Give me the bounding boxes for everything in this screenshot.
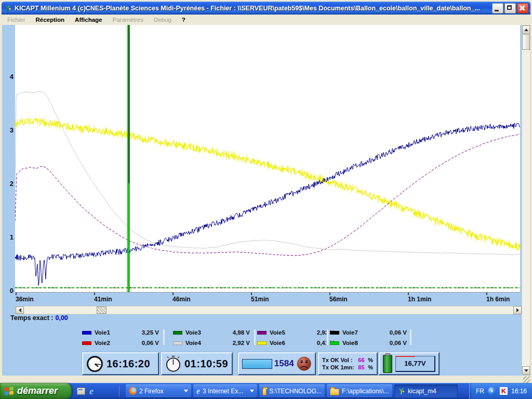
- tx-1mn-label: Tx OK 1mn:: [322, 364, 355, 370]
- frame-counter-bar: [242, 359, 272, 369]
- temps-exact-readout: Temps exact :0,00: [10, 314, 68, 322]
- vertical-scroll-thumb[interactable]: [522, 34, 530, 50]
- x-axis-label: 51min: [251, 296, 269, 303]
- legend-item-voie5: Voie5 2,92 V: [257, 328, 335, 337]
- menu-reception[interactable]: Réception: [31, 16, 70, 24]
- taskbar-button-folder-f[interactable]: F:\applications\...: [327, 384, 392, 397]
- chevron-down-icon: [250, 390, 254, 392]
- frame-counter-box: 1584: [238, 352, 316, 375]
- show-desktop-icon[interactable]: [77, 388, 85, 395]
- maximize-button[interactable]: [504, 3, 516, 14]
- horizontal-scroll-thumb[interactable]: [97, 307, 107, 314]
- battery-icon: [383, 355, 392, 373]
- start-button[interactable]: démarrer: [0, 383, 72, 399]
- x-tick: [251, 292, 252, 295]
- scroll-right-button[interactable]: [513, 306, 522, 314]
- legend-item-voie3: Voie3 4,98 V: [173, 328, 251, 337]
- voie3-label: Voie3: [185, 329, 201, 336]
- tx-1mn-percent: %: [368, 364, 374, 370]
- scroll-down-button[interactable]: [522, 366, 530, 375]
- battery-voltage: 16,77V: [395, 356, 435, 372]
- voie8-value: 0,06 V: [390, 340, 407, 346]
- voie4-value: 2,92 V: [233, 340, 250, 346]
- battery-box: 16,77V: [379, 352, 440, 375]
- taskbar-button-label: F:\applications\...: [342, 388, 389, 395]
- menu-parametres[interactable]: Paramètres: [108, 16, 149, 24]
- up-arrow-icon: [524, 29, 528, 31]
- hide-icons-button[interactable]: [488, 387, 496, 395]
- voie2-label: Voie2: [95, 340, 110, 346]
- scroll-up-button[interactable]: [522, 25, 530, 34]
- voie3-value: 4,98 V: [233, 329, 250, 336]
- y-axis-label-4: 4: [2, 73, 14, 81]
- voie1-label: Voie1: [95, 329, 110, 336]
- x-tick: [94, 292, 95, 295]
- internet-explorer-quicklaunch-icon[interactable]: [89, 387, 94, 396]
- chevron-down-icon: [184, 390, 188, 392]
- menu-help[interactable]: ?: [177, 16, 191, 24]
- close-button[interactable]: [517, 3, 528, 14]
- tx-1mn-value: 85: [358, 364, 365, 370]
- frame-counter-value: 1584: [274, 358, 294, 369]
- kicapt-icon: [397, 387, 405, 395]
- x-axis-label: 1h 6min: [486, 296, 510, 303]
- taskbar-button-firefox[interactable]: 2 Firefox: [126, 384, 191, 397]
- x-tick: [16, 292, 17, 295]
- plot-area[interactable]: [15, 25, 520, 292]
- tx-vol-label: Tx OK Vol :: [322, 357, 355, 363]
- y-axis-label-3: 3: [2, 127, 14, 134]
- window-resize-grip[interactable]: [523, 376, 530, 383]
- language-indicator[interactable]: FR: [476, 388, 484, 395]
- minimize-button[interactable]: [492, 3, 503, 14]
- tray-clock[interactable]: 16:16: [511, 388, 527, 395]
- taskbar-button-folder-s[interactable]: S:\TECHNOLOG...: [259, 384, 325, 397]
- voie5-swatch: [257, 331, 267, 335]
- voie6-label: Voie6: [270, 340, 285, 346]
- taskbar-button-internet-explorer[interactable]: 3 Internet Ex...: [193, 384, 257, 397]
- clock-time: 16:16:20: [107, 358, 150, 370]
- x-axis-label: 46min: [172, 296, 191, 303]
- titlebar[interactable]: KICAPT Millenium 4 (c)CNES-Planète Scien…: [2, 2, 530, 15]
- legend-item-voie7: Voie7 0,06 V: [330, 328, 408, 337]
- temps-exact-label: Temps exact :: [10, 314, 53, 322]
- voie7-label: Voie7: [342, 329, 358, 336]
- legend-separator: [254, 329, 256, 345]
- horizontal-scrollbar[interactable]: [15, 306, 514, 314]
- voie3-swatch: [173, 331, 182, 335]
- taskbar-button-label: 2 Firefox: [139, 388, 164, 395]
- voie8-label: Voie8: [342, 340, 358, 346]
- clock-box: 16:16:20: [82, 352, 159, 375]
- temps-exact-value: 0,00: [55, 314, 68, 322]
- windows-flag-icon: [5, 387, 14, 396]
- y-axis-label-2: 2: [2, 180, 14, 188]
- x-axis-label: 1h 1min: [408, 296, 431, 303]
- taskbar-button-kicapt[interactable]: kicapt_m4: [394, 384, 458, 397]
- kaspersky-tray-icon[interactable]: [500, 387, 508, 395]
- right-arrow-icon: [516, 308, 519, 312]
- menu-affichage[interactable]: Affichage: [70, 16, 107, 24]
- folder-icon: [262, 389, 267, 395]
- screen: KICAPT Millenium 4 (c)CNES-Planète Scien…: [0, 0, 532, 399]
- voie8-swatch: [330, 341, 339, 345]
- menu-debug[interactable]: Debug: [149, 16, 177, 24]
- tx-vol-percent: %: [368, 357, 374, 363]
- voie1-value: 3,25 V: [142, 329, 159, 336]
- legend-item-voie6: Voie6 0,41 V: [257, 339, 335, 347]
- taskbar-button-label: S:\TECHNOLOG...: [269, 388, 322, 395]
- x-tick: [486, 292, 487, 295]
- firefox-icon: [129, 387, 137, 395]
- window-title: KICAPT Millenium 4 (c)CNES-Planète Scien…: [15, 5, 492, 12]
- x-axis-label: 41min: [94, 296, 112, 303]
- plot-canvas[interactable]: [15, 25, 520, 292]
- chrono-box: 01:10:59: [161, 352, 233, 375]
- voie4-label: Voie4: [185, 340, 201, 346]
- legend-item-voie1: Voie1 3,25 V: [82, 328, 160, 337]
- tx-vol-value: 66: [358, 357, 365, 363]
- sad-face-icon: [296, 354, 312, 373]
- x-axis-label: 36min: [16, 296, 34, 303]
- down-arrow-icon: [524, 369, 528, 372]
- scroll-left-button[interactable]: [16, 307, 24, 314]
- vertical-scrollbar[interactable]: [522, 25, 530, 375]
- menu-fichier[interactable]: Fichier: [2, 16, 31, 24]
- quick-launch-area: [72, 383, 125, 399]
